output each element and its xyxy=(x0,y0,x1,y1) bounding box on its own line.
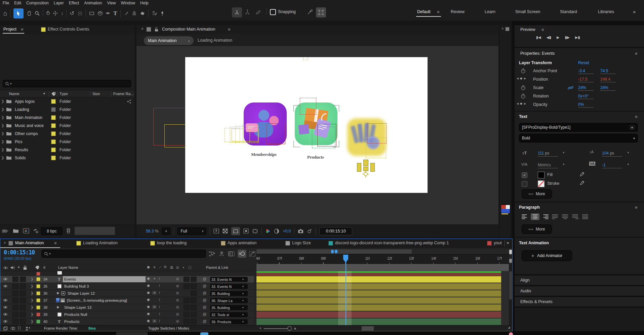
search-dropdown-icon[interactable]: ▾ xyxy=(49,252,51,255)
menu-edit[interactable]: Edit xyxy=(14,1,21,5)
channels-icon[interactable] xyxy=(265,228,271,234)
track-bar[interactable] xyxy=(256,304,501,311)
align-right-button[interactable] xyxy=(541,213,550,220)
time-ruler[interactable]: 06f 07f 08f 09f 10f 11f 12f 13f 14f 15f … xyxy=(256,254,509,264)
timeline-panel-menu-icon[interactable]: ≡ xyxy=(54,241,57,246)
workspace-default[interactable]: Default xyxy=(417,9,431,14)
timeline-search-input[interactable]: ▾ xyxy=(41,250,206,258)
effects-presets-panel-header[interactable]: Effects & Presets xyxy=(515,297,644,306)
resize-grip-icon[interactable]: ◢ xyxy=(508,326,510,329)
track-vscrollbar[interactable] xyxy=(509,264,512,325)
first-frame-button[interactable]: ▮◀ xyxy=(536,35,541,40)
project-row[interactable]: ❯ Main Animation Folder xyxy=(0,114,134,122)
camera-tool-icon[interactable] xyxy=(77,11,83,16)
timeline-navigator[interactable] xyxy=(256,249,509,254)
zoom-level-value[interactable]: 56.3 % xyxy=(146,229,158,234)
eraser-tool-icon[interactable] xyxy=(140,11,145,16)
justify-all-button[interactable] xyxy=(581,213,590,220)
layer-label-swatch[interactable] xyxy=(36,312,40,317)
workspace-libraries[interactable]: Libraries xyxy=(598,9,614,14)
hand-tool-icon[interactable] xyxy=(27,11,32,16)
track-area[interactable] xyxy=(256,271,509,325)
canvas[interactable]: Memberships Products xyxy=(185,57,428,193)
layer-label-swatch[interactable] xyxy=(36,298,40,302)
layer-row[interactable]: ❯ 34 T Events ⚈☀/◎ @ 33. Events N▾ xyxy=(0,276,254,283)
font-size-value[interactable]: 111 px xyxy=(538,151,558,157)
brush-tool-icon[interactable] xyxy=(124,11,129,16)
keyframe-nav-next-icon[interactable]: ▶ xyxy=(524,102,526,105)
armature-bend-icon[interactable] xyxy=(244,9,251,15)
label-column-tag-icon[interactable] xyxy=(51,92,56,96)
close-icon[interactable]: × xyxy=(501,27,504,31)
sort-ascending-icon[interactable]: ▲ xyxy=(43,91,46,95)
last-frame-button[interactable]: ▶▮ xyxy=(575,35,580,40)
transparency-grid-icon[interactable] xyxy=(223,228,228,234)
composition-tab-title[interactable]: Composition Main Animation xyxy=(162,27,215,32)
opacity-value[interactable]: 0% xyxy=(578,102,594,108)
tracking-value[interactable]: -1 xyxy=(602,163,622,168)
paragraph-section-menu-icon[interactable]: ≡ xyxy=(635,205,638,210)
menu-animation[interactable]: Animation xyxy=(84,1,102,5)
selection-tool-icon[interactable] xyxy=(13,8,24,18)
track-hscroll-thumb[interactable] xyxy=(362,326,374,331)
leading-value[interactable]: 104 px xyxy=(602,151,622,157)
tab-loop-the-loading[interactable]: loop the loading xyxy=(157,241,187,245)
comp-timecode[interactable]: 0:00:15:10 xyxy=(319,227,352,235)
project-hscrollbar[interactable] xyxy=(75,227,115,235)
anchor-point-y[interactable]: 74.5 xyxy=(600,69,616,74)
parent-pickwhip-icon[interactable]: @ xyxy=(203,319,206,323)
font-family-dropdown[interactable]: [SFProDisplay-Bold/Type1] ▾ xyxy=(519,123,638,132)
graph-editor-icon[interactable] xyxy=(249,251,255,257)
snapping-checkbox[interactable] xyxy=(270,9,276,15)
track-bar[interactable] xyxy=(256,311,501,318)
menu-file[interactable]: File xyxy=(3,1,9,5)
menu-window[interactable]: Window xyxy=(121,1,135,5)
eye-icon[interactable] xyxy=(3,299,8,302)
eye-icon[interactable] xyxy=(3,278,8,281)
project-row[interactable]: ❯ Loading Folder xyxy=(0,106,134,114)
leading-dropdown-icon[interactable]: ▼ xyxy=(627,151,630,154)
project-settings-icon[interactable] xyxy=(33,228,40,234)
resolution-dropdown[interactable]: Full ▾ xyxy=(177,227,206,235)
vscroll-thumb[interactable] xyxy=(509,271,512,300)
track-bar[interactable] xyxy=(256,283,501,290)
justify-last-left-button[interactable] xyxy=(551,213,560,220)
layer-label-swatch[interactable] xyxy=(36,277,40,281)
exposure-icon[interactable] xyxy=(274,228,279,234)
stopwatch-icon[interactable] xyxy=(521,85,526,90)
layer-row[interactable]: ❯ 37 [Screen...5-removebg-preview.png] ⚈… xyxy=(0,297,254,304)
puppet-pin-tool-icon[interactable] xyxy=(160,11,165,16)
fill-checkbox[interactable]: ✓ xyxy=(522,172,527,178)
pen-tool-icon[interactable]: ✒ xyxy=(106,10,110,16)
eye-icon[interactable] xyxy=(3,320,8,323)
parent-pickwhip-icon[interactable]: @ xyxy=(203,298,206,302)
menu-help[interactable]: Help xyxy=(140,1,149,5)
type-tool-icon[interactable]: T xyxy=(113,10,117,17)
column-size[interactable]: Size xyxy=(92,92,100,96)
playhead-line[interactable] xyxy=(346,262,346,325)
new-composition-icon[interactable] xyxy=(23,228,29,234)
navigator-handle-right[interactable] xyxy=(335,250,337,253)
composition-panel-menu-icon[interactable]: ≡ xyxy=(228,27,231,32)
project-row[interactable]: ❯ Results Folder xyxy=(0,146,134,154)
layer-row[interactable]: ❯ 39 Products Null ⚈/◎ @ 32. Tools sl▾ xyxy=(0,311,254,318)
parent-link-dropdown[interactable]: 35. Building▾ xyxy=(210,305,248,310)
parent-pickwhip-icon[interactable]: @ xyxy=(203,291,206,295)
snapping-label[interactable]: Snapping xyxy=(278,9,296,14)
properties-panel-title[interactable]: Properties: Events xyxy=(520,51,555,56)
breadcrumb-trail[interactable]: Loading Animation xyxy=(198,38,232,43)
fill-swatch[interactable] xyxy=(538,172,545,178)
stroke-checkbox[interactable] xyxy=(522,181,527,187)
new-folder-icon[interactable] xyxy=(13,228,19,233)
fast-previews-icon[interactable] xyxy=(213,228,219,234)
kerning-value[interactable]: Metrics xyxy=(538,163,558,168)
zoom-out-mountain-icon[interactable]: ▲ xyxy=(259,327,261,329)
preview-panel-title[interactable]: Preview xyxy=(520,27,535,32)
shy-layers-icon[interactable] xyxy=(219,251,225,257)
eyedropper-icon[interactable] xyxy=(579,172,585,177)
layer-row[interactable]: ❯ 40 T Products ⚈☀/◎ @ 39. Products▾ xyxy=(0,318,254,325)
align-left-button[interactable] xyxy=(521,213,529,220)
show-snapshot-icon[interactable] xyxy=(307,228,312,234)
crop-region-icon[interactable] xyxy=(252,228,258,234)
scale-y[interactable]: 24% xyxy=(600,85,616,91)
